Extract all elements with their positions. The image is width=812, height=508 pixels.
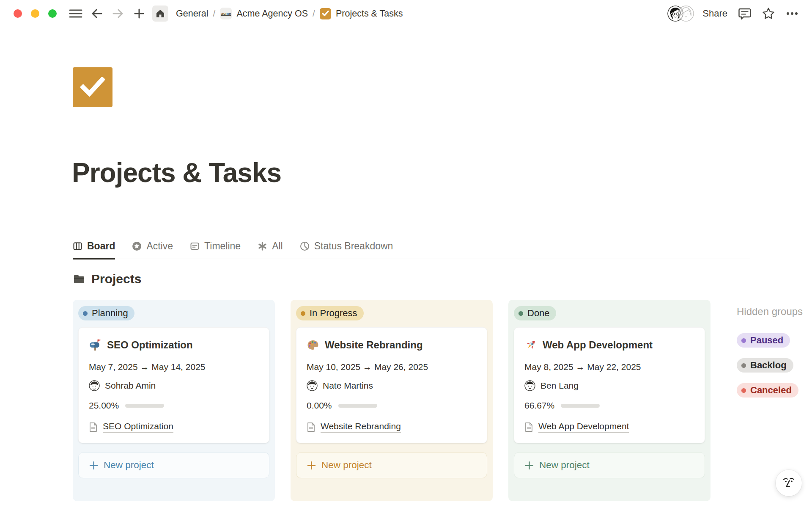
favorite-button[interactable] (762, 7, 775, 20)
linked-page-title: Web App Development (538, 421, 629, 433)
arrow-left-icon (91, 8, 103, 19)
hidden-group-label: Canceled (750, 385, 792, 396)
folder-icon (73, 273, 85, 285)
new-tab-button[interactable] (131, 6, 147, 22)
notion-ai-face-button[interactable] (776, 470, 802, 496)
new-project-label: New project (104, 460, 154, 471)
progress-percent: 25.00% (89, 400, 119, 411)
section-title: Projects (91, 272, 141, 286)
progress-percent: 66.67% (524, 400, 554, 411)
project-card-seo-optimization[interactable]: SEO Optimization May 7, 2025 → May 14, 2… (78, 327, 269, 443)
new-project-label: New project (321, 460, 372, 471)
document-icon (524, 422, 533, 432)
star-icon (762, 7, 775, 20)
tab-label: Status Breakdown (314, 240, 393, 252)
column-in-progress: In Progress Website Rebranding May 10, 2… (291, 300, 493, 501)
home-icon (155, 8, 165, 19)
breadcrumb-label: Projects & Tasks (336, 8, 403, 19)
breadcrumb-acme-agency-os[interactable]: acme Acme Agency OS (220, 8, 308, 19)
card-linked-page[interactable]: SEO Optimization (89, 421, 259, 433)
ellipsis-icon (786, 11, 798, 16)
asterisk-icon (258, 241, 267, 251)
hidden-group-label: Backlog (750, 360, 787, 371)
back-button[interactable] (89, 6, 105, 22)
project-card-web-app-development[interactable]: Web App Development May 8, 2025 → May 22… (514, 327, 705, 443)
zoom-window-button[interactable] (48, 9, 57, 18)
new-project-button-in-progress[interactable]: New project (296, 452, 487, 478)
linked-page-title: SEO Optimization (103, 421, 173, 433)
card-date-range: May 7, 2025 → May 14, 2025 (89, 362, 259, 372)
board-icon (73, 241, 82, 251)
minimize-window-button[interactable] (31, 9, 39, 18)
view-tabs: Board Active Timeline All Status Breakdo… (73, 240, 750, 259)
new-project-button-done[interactable]: New project (514, 452, 705, 478)
new-project-button-planning[interactable]: New project (78, 452, 269, 478)
mailbox-icon (89, 339, 102, 351)
card-title: Web App Development (543, 339, 653, 351)
forward-button[interactable] (110, 6, 126, 22)
assignee-name: Ben Lang (540, 381, 579, 391)
card-linked-page[interactable]: Website Rebranding (307, 421, 477, 433)
progress-bar (561, 404, 600, 408)
avatar-collaborator-2 (678, 6, 694, 22)
card-title: Website Rebranding (325, 339, 423, 351)
share-button[interactable]: Share (702, 8, 727, 19)
breadcrumb-separator: / (213, 8, 216, 19)
status-dot (741, 388, 746, 393)
home-button[interactable] (152, 6, 168, 22)
project-card-website-rebranding[interactable]: Website Rebranding May 10, 2025 → May 26… (296, 327, 487, 443)
hidden-groups-rail: Hidden groups Paused Backlog Canceled (737, 306, 803, 398)
avatar-nate-martins (307, 380, 318, 391)
acme-logo: acme (220, 8, 232, 19)
tab-label: Board (87, 240, 115, 252)
palette-icon (307, 339, 319, 351)
new-project-label: New project (539, 460, 590, 471)
hidden-group-paused[interactable]: Paused (737, 333, 790, 348)
card-assignee: Sohrab Amin (89, 380, 259, 391)
star-circle-icon (132, 241, 142, 251)
tab-label: All (272, 240, 283, 252)
card-progress: 0.00% (307, 400, 477, 411)
breadcrumb-separator: / (313, 8, 315, 19)
page-icon-gold-checkbox[interactable] (73, 67, 112, 107)
window-toolbar: General / acme Acme Agency OS / Projects… (0, 0, 812, 27)
face-logo-icon (782, 475, 796, 491)
sidebar-menu-button[interactable] (68, 6, 84, 22)
hidden-group-label: Paused (750, 335, 783, 346)
page-title: Projects & Tasks (72, 157, 812, 188)
tab-timeline[interactable]: Timeline (190, 240, 241, 260)
card-date-range: May 10, 2025 → May 26, 2025 (307, 362, 477, 372)
card-linked-page[interactable]: Web App Development (524, 421, 694, 433)
assignee-name: Sohrab Amin (105, 381, 156, 391)
more-options-button[interactable] (786, 11, 798, 16)
tab-active[interactable]: Active (132, 240, 173, 260)
status-label: Done (527, 308, 550, 319)
collaborator-avatars[interactable] (667, 6, 694, 22)
checkmark-icon (80, 77, 105, 97)
hidden-group-backlog[interactable]: Backlog (737, 358, 793, 373)
card-assignee: Ben Lang (524, 380, 694, 391)
card-progress: 25.00% (89, 400, 259, 411)
document-icon (307, 422, 315, 432)
linked-page-title: Website Rebranding (321, 421, 401, 433)
tab-board[interactable]: Board (73, 240, 115, 260)
status-pill-planning[interactable]: Planning (78, 306, 134, 320)
card-title: SEO Optimization (107, 339, 193, 351)
progress-bar (125, 404, 164, 408)
rocket-icon (524, 339, 537, 351)
column-done: Done Web App Development May 8, 2025 → M… (508, 300, 710, 501)
tab-all[interactable]: All (258, 240, 283, 260)
breadcrumb-general[interactable]: General (176, 8, 208, 19)
plus-icon (307, 461, 316, 470)
breadcrumb-projects-tasks[interactable]: Projects & Tasks (320, 8, 403, 19)
status-pill-done[interactable]: Done (514, 306, 556, 320)
tab-status-breakdown[interactable]: Status Breakdown (300, 240, 393, 260)
projects-section-header: Projects (73, 272, 812, 286)
assignee-name: Nate Martins (323, 381, 373, 391)
hidden-group-canceled[interactable]: Canceled (737, 383, 798, 398)
status-pill-in-progress[interactable]: In Progress (296, 306, 364, 320)
card-assignee: Nate Martins (307, 380, 477, 391)
close-window-button[interactable] (14, 9, 22, 18)
kanban-board: Planning SEO Optimization May 7, 2025 → … (73, 300, 812, 501)
comments-button[interactable] (738, 7, 751, 20)
